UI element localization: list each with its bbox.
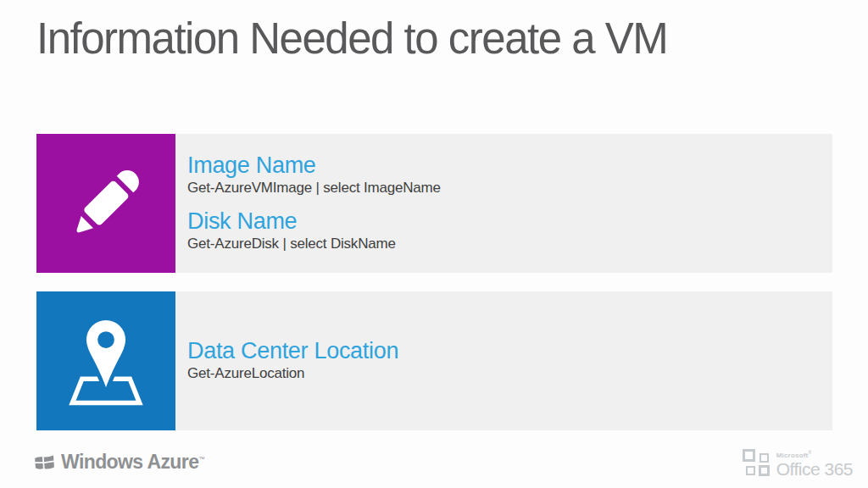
- pencil-tile: [36, 134, 175, 273]
- info-panel-image-disk: Image Name Get-AzureVMImage | select Ima…: [175, 134, 832, 273]
- info-row-location: Data Center Location Get-AzureLocation: [36, 291, 832, 430]
- entry-disk-name: Disk Name Get-AzureDisk | select DiskNam…: [187, 208, 832, 255]
- info-panel-location: Data Center Location Get-AzureLocation: [175, 291, 832, 430]
- office-grid-icon: [743, 448, 772, 478]
- location-pin-icon: [62, 313, 150, 409]
- trademark-symbol: ™: [198, 456, 203, 462]
- entry-command: Get-AzureDisk | select DiskName: [187, 234, 832, 255]
- entry-heading: Image Name: [187, 152, 832, 178]
- entry-command: Get-AzureLocation: [187, 363, 832, 385]
- windows-azure-logo: Windows Azure™: [34, 451, 204, 474]
- location-tile: [36, 291, 175, 430]
- entry-command: Get-AzureVMImage | select ImageName: [187, 178, 832, 199]
- windows-azure-wordmark: Windows Azure™: [61, 451, 204, 474]
- info-row-image-disk: Image Name Get-AzureVMImage | select Ima…: [36, 134, 832, 273]
- entry-heading: Disk Name: [187, 208, 832, 234]
- windows-flag-icon: [34, 453, 55, 472]
- office-wordmark: Microsoft® Office 365: [776, 451, 853, 478]
- microsoft-label: Microsoft®: [776, 451, 853, 459]
- slide: Information Needed to create a VM Image …: [0, 0, 868, 488]
- entry-image-name: Image Name Get-AzureVMImage | select Ima…: [187, 152, 832, 199]
- entry-data-center-location: Data Center Location Get-AzureLocation: [187, 338, 832, 385]
- office-365-logo: Microsoft® Office 365: [743, 448, 853, 478]
- slide-title: Information Needed to create a VM: [36, 14, 667, 64]
- entry-heading: Data Center Location: [187, 338, 832, 363]
- registered-symbol: ®: [808, 450, 811, 455]
- office-365-label: Office 365: [776, 460, 853, 478]
- pencil-icon: [61, 158, 151, 248]
